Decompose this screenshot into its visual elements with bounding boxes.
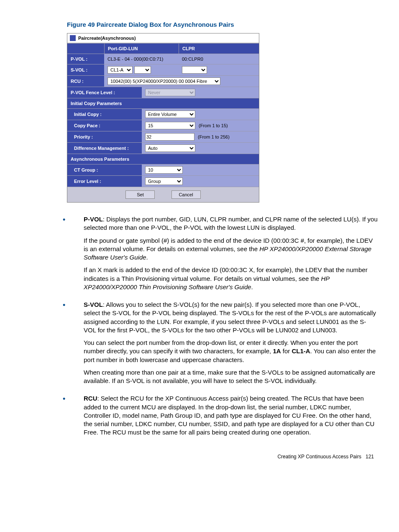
initial-copy-select[interactable]: Entire Volume — [145, 111, 195, 118]
copy-pace-cell: 15 (From 1 to 15) — [142, 120, 259, 131]
svol-row: S-VOL : CL1-A — [67, 64, 259, 75]
initial-copy-label: Initial Copy : — [67, 109, 142, 120]
error-level-cell: Group — [142, 176, 259, 187]
section-async: Asynchronous Parameters — [67, 154, 259, 164]
svol-text-3: When creating more than one pair at a ti… — [71, 368, 378, 386]
initial-copy-row: Initial Copy : Entire Volume — [67, 108, 259, 120]
copy-pace-range: (From 1 to 15) — [199, 123, 228, 128]
set-button[interactable]: Set — [125, 190, 155, 199]
svol-text-2c: for — [281, 347, 292, 355]
button-row: Set Cancel — [67, 187, 259, 202]
svol-text-1: : Allows you to select the S-VOL(s) for … — [84, 301, 376, 334]
fence-row: P-VOL Fence Level : Never — [67, 87, 259, 98]
pvol-term: P-VOL — [84, 216, 103, 223]
fence-select: Never — [145, 89, 195, 96]
pvol-text-3b: . — [251, 283, 253, 290]
ct-group-label: CT Group : — [67, 164, 142, 175]
priority-range: (From 1 to 256) — [198, 134, 230, 139]
header-spacer — [67, 44, 104, 54]
copy-pace-select[interactable]: 15 — [145, 122, 195, 129]
svol-term: S-VOL — [84, 301, 103, 308]
ct-group-cell: 10 — [142, 164, 259, 175]
footer-text: Creating XP Continuous Access Pairs — [277, 454, 361, 460]
cancel-button[interactable]: Cancel — [171, 190, 201, 199]
rcu-term: RCU — [84, 395, 97, 402]
footer-page: 121 — [366, 454, 374, 460]
error-level-label: Error Level : — [67, 176, 142, 187]
page-footer: Creating XP Continuous Access Pairs 121 — [21, 454, 378, 460]
header-clpr: CLPR — [179, 44, 259, 54]
diff-cell: Auto — [142, 143, 259, 154]
svol-clpr-cell — [179, 64, 259, 75]
paircreate-dialog: Paircreate(Asynchronous) Port-GID-LUN CL… — [67, 33, 259, 203]
description-list: P-VOL: Displays the port number, GID, LU… — [21, 215, 378, 437]
pvol-clpr: 00:CLPR0 — [179, 54, 259, 64]
priority-cell: (From 1 to 256) — [142, 131, 259, 142]
error-level-select[interactable]: Group — [145, 177, 183, 185]
svol-clpr-select[interactable] — [182, 66, 207, 74]
rcu-label: RCU : — [67, 76, 104, 87]
pvol-port: CL3-E - 04 - 000(00:C0:71) — [104, 54, 179, 64]
rcu-text-1: : Select the RCU for the XP Continuous A… — [84, 395, 374, 436]
svol-item: S-VOL: Allows you to select the S-VOL(s)… — [71, 301, 378, 385]
svol-label: S-VOL : — [67, 64, 104, 75]
copy-pace-label: Copy Pace : — [67, 120, 142, 131]
section-initial-copy: Initial Copy Parameters — [67, 98, 259, 108]
diff-row: Difference Management : Auto — [67, 142, 259, 154]
pvol-text-2b: . — [146, 254, 148, 261]
svol-text-2b2: CL1-A — [292, 347, 310, 355]
rcu-row: RCU : 10042(00) 5(XP24000/XP20000) 00 00… — [67, 75, 259, 87]
priority-row: Priority : (From 1 to 256) — [67, 131, 259, 142]
diff-select[interactable]: Auto — [145, 144, 195, 152]
initial-copy-cell: Entire Volume — [142, 109, 259, 120]
pvol-label: P-VOL : — [67, 54, 104, 64]
dialog-title: Paircreate(Asynchronous) — [67, 33, 259, 43]
ct-group-row: CT Group : 10 — [67, 164, 259, 175]
rcu-cell: 10042(00) 5(XP24000/XP20000) 00 0004 Fib… — [104, 76, 259, 87]
ct-group-select[interactable]: 10 — [145, 166, 183, 174]
rcu-item: RCU: Select the RCU for the XP Continuou… — [71, 394, 378, 437]
svol-port-cell: CL1-A — [104, 64, 179, 75]
priority-label: Priority : — [67, 131, 142, 142]
copy-pace-row: Copy Pace : 15 (From 1 to 15) — [67, 120, 259, 131]
pvol-item: P-VOL: Displays the port number, GID, LU… — [71, 215, 378, 291]
priority-input[interactable] — [145, 133, 194, 141]
svol-port-select[interactable]: CL1-A — [107, 66, 133, 74]
header-port-gid-lun: Port-GID-LUN — [104, 44, 179, 54]
svol-text-2b1: 1A — [273, 347, 281, 355]
diff-label: Difference Management : — [67, 143, 142, 154]
svol-gid-select[interactable] — [134, 66, 151, 74]
error-level-row: Error Level : Group — [67, 175, 259, 187]
rcu-select[interactable]: 10042(00) 5(XP24000/XP20000) 00 0004 Fib… — [107, 77, 220, 85]
pvol-text-1: : Displays the port number, GID, LUN, CL… — [84, 216, 378, 231]
fence-label: P-VOL Fence Level : — [67, 87, 142, 98]
fence-cell: Never — [142, 87, 259, 98]
header-row: Port-GID-LUN CLPR — [67, 43, 259, 54]
figure-caption: Figure 49 Paircreate Dialog Box for Asyn… — [67, 21, 378, 28]
pvol-row: P-VOL : CL3-E - 04 - 000(00:C0:71) 00:CL… — [67, 54, 259, 64]
